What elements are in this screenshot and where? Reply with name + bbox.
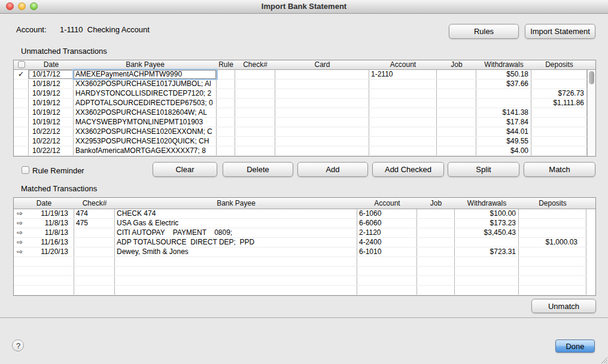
job-cell[interactable] — [437, 108, 476, 117]
check-no-cell[interactable] — [235, 79, 275, 88]
date-cell[interactable]: ⇨11/20/13 — [14, 247, 74, 256]
payee-cell-focused[interactable]: AMEXEPaymentACHPMTW9990 — [74, 70, 217, 79]
table-row[interactable]: 10/22/12 XX2953POSPURCHASE1020QUICK; CH … — [14, 137, 595, 146]
deposits-cell[interactable] — [519, 247, 586, 256]
date-cell[interactable]: 10/18/12 — [29, 79, 74, 88]
check-no-cell[interactable]: 475 — [74, 219, 115, 228]
table-row[interactable]: 10/19/12 ADPTOTALSOURCEDIRECTDEP67503; 0… — [14, 99, 595, 108]
account-cell[interactable]: 6-1060 — [357, 209, 417, 218]
payee-cell[interactable]: BankofAmericaMORTGAGEXXXXX77; 8 — [74, 146, 217, 155]
deposits-cell[interactable] — [531, 137, 587, 146]
date-cell[interactable]: 10/22/12 — [29, 146, 74, 155]
check-cell[interactable] — [14, 79, 29, 88]
check-cell[interactable] — [14, 118, 29, 127]
deposits-cell[interactable] — [531, 127, 587, 136]
job-cell[interactable] — [437, 99, 476, 108]
deposits-cell[interactable] — [519, 219, 586, 228]
account-cell[interactable] — [369, 79, 437, 88]
table-row[interactable]: ⇨11/19/13 474 CHECK 474 6-1060 $100.00 — [14, 209, 595, 219]
account-cell[interactable]: 6-1010 — [357, 247, 417, 256]
card-cell[interactable] — [275, 108, 369, 117]
card-cell[interactable] — [275, 127, 369, 136]
table-row[interactable]: 10/19/12 XX3602POSPURCHASE10182604W; AL … — [14, 108, 595, 118]
deposits-cell[interactable] — [531, 79, 587, 88]
account-cell[interactable] — [369, 118, 437, 127]
job-cell[interactable] — [417, 228, 455, 237]
withdrawals-cell[interactable]: $3,450.43 — [455, 228, 519, 237]
check-cell[interactable] — [14, 108, 29, 117]
job-cell[interactable] — [417, 247, 455, 256]
card-cell[interactable] — [275, 89, 369, 98]
vertical-scrollbar[interactable] — [587, 70, 595, 156]
payee-cell[interactable]: Dewey, Smith & Jones — [115, 247, 357, 256]
job-cell[interactable] — [417, 238, 455, 247]
rule-cell[interactable] — [217, 99, 235, 108]
payee-cell[interactable]: XX3602POSPURCHASE10182604W; AL — [74, 108, 217, 117]
table-row[interactable]: ⇨11/8/13 475 USA Gas & Electric 6-6060 $… — [14, 219, 595, 228]
account-cell[interactable] — [369, 137, 437, 146]
rule-cell[interactable] — [217, 79, 235, 88]
payee-cell[interactable]: XX2953POSPURCHASE1020QUICK; CH — [74, 137, 217, 146]
check-no-cell[interactable]: 474 — [74, 209, 115, 218]
rule-reminder-checkbox[interactable] — [22, 166, 29, 174]
check-no-cell[interactable] — [235, 108, 275, 117]
payee-cell[interactable]: XX3602POSPURCHASE1017JUMBOL; Al — [74, 79, 217, 88]
table-row[interactable]: ⇨11/20/13 Dewey, Smith & Jones 6-1010 $7… — [14, 247, 595, 257]
withdrawals-cell[interactable]: $723.31 — [455, 247, 519, 256]
unmatch-button[interactable]: Unmatch — [531, 299, 596, 313]
deposits-cell[interactable]: $1,000.03 — [519, 238, 586, 247]
payee-cell[interactable]: ADPTOTALSOURCEDIRECTDEP67503; 0 — [74, 99, 217, 108]
match-button[interactable]: Match — [524, 162, 595, 177]
job-cell[interactable] — [437, 70, 476, 79]
rule-cell[interactable] — [217, 118, 235, 127]
job-cell[interactable] — [437, 137, 476, 146]
date-cell[interactable]: 10/22/12 — [29, 137, 74, 146]
check-cell[interactable] — [14, 146, 29, 155]
check-cell[interactable] — [14, 89, 29, 98]
select-all-checkbox[interactable] — [18, 61, 25, 68]
account-cell[interactable]: 4-2400 — [357, 238, 417, 247]
rule-cell[interactable] — [217, 146, 235, 155]
rules-button[interactable]: Rules — [449, 24, 519, 39]
table-row[interactable]: 10/19/12 MACYSWEBPYMTONLINEPMT101903 $17… — [14, 118, 595, 127]
date-cell[interactable]: 10/19/12 — [29, 108, 74, 117]
rule-cell[interactable] — [217, 108, 235, 117]
check-no-cell[interactable] — [235, 146, 275, 155]
check-no-cell[interactable] — [235, 118, 275, 127]
check-no-cell[interactable] — [235, 70, 275, 79]
clear-button[interactable]: Clear — [153, 162, 217, 177]
payee-cell[interactable]: USA Gas & Electric — [115, 219, 357, 228]
table-row[interactable]: 10/22/12 XX3602POSPURCHASE1020EXXONM; C … — [14, 127, 595, 137]
table-row[interactable]: ⇨11/8/13 CITI AUTOPAY PAYMENT 0809; 2-11… — [14, 228, 595, 238]
date-cell[interactable]: ⇨11/8/13 — [14, 228, 74, 237]
withdrawals-cell[interactable] — [476, 99, 531, 108]
table-row[interactable]: 10/19/12 HARDYSTONCOLLISDIRECTDEP7120; 2… — [14, 89, 595, 99]
date-cell[interactable]: ⇨11/8/13 — [14, 219, 74, 228]
withdrawals-cell[interactable]: $37.66 — [476, 79, 531, 88]
payee-cell[interactable]: XX3602POSPURCHASE1020EXXONM; C — [74, 127, 217, 136]
deposits-cell[interactable] — [519, 228, 586, 237]
table-row[interactable]: ⇨11/16/13 ADP TOTALSOURCE DIRECT DEP; PP… — [14, 238, 595, 247]
check-no-cell[interactable] — [74, 228, 115, 237]
payee-cell[interactable]: HARDYSTONCOLLISDIRECTDEP7120; 2 — [74, 89, 217, 98]
minimize-button[interactable] — [18, 2, 26, 10]
deposits-cell[interactable]: $726.73 — [531, 89, 587, 98]
done-button[interactable]: Done — [555, 339, 595, 353]
add-checked-button[interactable]: Add Checked — [372, 162, 444, 177]
job-cell[interactable] — [437, 79, 476, 88]
withdrawals-cell[interactable] — [476, 89, 531, 98]
rule-cell[interactable] — [217, 89, 235, 98]
table-row[interactable]: 10/18/12 XX3602POSPURCHASE1017JUMBOL; Al… — [14, 79, 595, 89]
withdrawals-cell[interactable]: $4.00 — [476, 146, 531, 155]
check-no-cell[interactable] — [74, 238, 115, 247]
delete-button[interactable]: Delete — [223, 162, 293, 177]
date-cell[interactable]: 10/19/12 — [29, 99, 74, 108]
withdrawals-cell[interactable]: $100.00 — [455, 209, 519, 218]
withdrawals-cell[interactable]: $49.55 — [476, 137, 531, 146]
rule-cell[interactable] — [217, 137, 235, 146]
check-no-cell[interactable] — [74, 247, 115, 256]
account-cell[interactable] — [369, 108, 437, 117]
date-cell[interactable]: 10/19/12 — [29, 89, 74, 98]
scrollbar-thumb[interactable] — [589, 71, 594, 84]
withdrawals-cell[interactable] — [455, 238, 519, 247]
